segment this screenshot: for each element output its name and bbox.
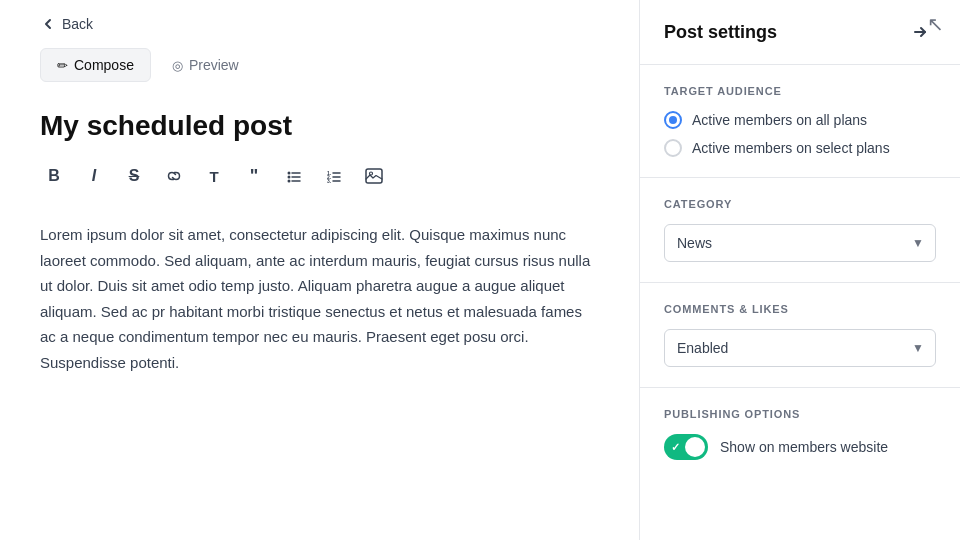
publishing-label: PUBLISHING OPTIONS: [664, 408, 936, 420]
category-select[interactable]: News Updates Announcements: [664, 224, 936, 262]
bullet-list-icon: [286, 168, 302, 184]
post-body[interactable]: Lorem ipsum dolor sit amet, consectetur …: [40, 222, 599, 375]
comments-likes-section: COMMENTS & LIKES Enabled Disabled ▼: [640, 283, 960, 388]
close-icon: [910, 22, 930, 42]
left-panel: Back ✏ Compose ◎ Preview My scheduled po…: [0, 0, 640, 540]
tab-bar: ✏ Compose ◎ Preview: [40, 48, 599, 82]
italic-button[interactable]: I: [80, 162, 108, 190]
radio-select-plans-label: Active members on select plans: [692, 140, 890, 156]
panel-header: Post settings ↖: [640, 0, 960, 65]
back-button[interactable]: Back: [40, 0, 599, 48]
right-panel: Post settings ↖ TARGET AUDIENCE Active m…: [640, 0, 960, 540]
tab-preview-label: Preview: [189, 57, 239, 73]
quote-button[interactable]: ": [240, 162, 268, 190]
tab-compose[interactable]: ✏ Compose: [40, 48, 151, 82]
radio-all-plans[interactable]: Active members on all plans: [664, 111, 936, 129]
compose-icon: ✏: [57, 58, 68, 73]
numbered-list-icon: 1. 2. 3.: [326, 168, 342, 184]
svg-point-0: [288, 172, 291, 175]
comments-likes-label: COMMENTS & LIKES: [664, 303, 936, 315]
tab-preview[interactable]: ◎ Preview: [155, 48, 256, 82]
image-icon: [365, 168, 383, 184]
show-on-members-row: ✓ Show on members website: [664, 434, 936, 460]
publishing-section: PUBLISHING OPTIONS ✓ Show on members web…: [640, 388, 960, 480]
radio-select-plans-indicator: [664, 139, 682, 157]
category-section: CATEGORY News Updates Announcements ▼: [640, 178, 960, 283]
bold-button[interactable]: B: [40, 162, 68, 190]
text-format-button[interactable]: T: [200, 162, 228, 190]
svg-text:3.: 3.: [327, 178, 332, 184]
post-title: My scheduled post: [40, 110, 599, 142]
bullet-list-button[interactable]: [280, 162, 308, 190]
target-audience-section: TARGET AUDIENCE Active members on all pl…: [640, 65, 960, 178]
category-select-wrapper: News Updates Announcements ▼: [664, 224, 936, 262]
category-label: CATEGORY: [664, 198, 936, 210]
target-audience-label: TARGET AUDIENCE: [664, 85, 936, 97]
comments-likes-select-wrapper: Enabled Disabled ▼: [664, 329, 936, 367]
show-on-members-label: Show on members website: [720, 439, 888, 455]
svg-point-1: [288, 176, 291, 179]
tab-compose-label: Compose: [74, 57, 134, 73]
radio-select-plans[interactable]: Active members on select plans: [664, 139, 936, 157]
numbered-list-button[interactable]: 1. 2. 3.: [320, 162, 348, 190]
radio-all-plans-label: Active members on all plans: [692, 112, 867, 128]
toolbar: B I S T " 1. 2. 3.: [40, 162, 599, 202]
image-button[interactable]: [360, 162, 388, 190]
radio-all-plans-indicator: [664, 111, 682, 129]
preview-icon: ◎: [172, 58, 183, 73]
comments-likes-select[interactable]: Enabled Disabled: [664, 329, 936, 367]
svg-point-2: [288, 180, 291, 183]
link-button[interactable]: [160, 162, 188, 190]
strikethrough-button[interactable]: S: [120, 162, 148, 190]
link-icon: [166, 168, 182, 184]
back-arrow-icon: [40, 16, 56, 32]
show-on-members-toggle[interactable]: ✓: [664, 434, 708, 460]
toggle-check-icon: ✓: [671, 441, 680, 454]
panel-title: Post settings: [664, 22, 777, 43]
radio-group-audience: Active members on all plans Active membe…: [664, 111, 936, 157]
back-label: Back: [62, 16, 93, 32]
close-panel-button[interactable]: ↖: [904, 16, 936, 48]
